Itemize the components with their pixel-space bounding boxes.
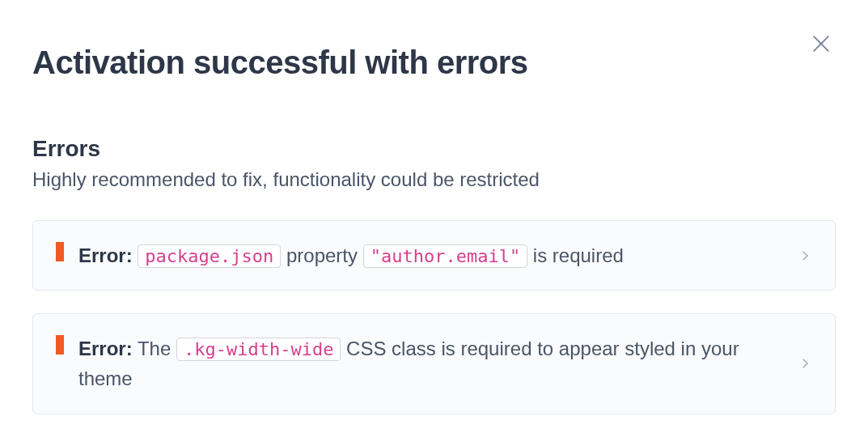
chevron-right-icon — [798, 248, 812, 263]
section-subtitle: Highly recommended to fix, functionality… — [32, 168, 836, 191]
error-part: The — [138, 338, 176, 359]
error-text: Error: package.json property "author.ema… — [78, 240, 812, 270]
error-label: Error: — [78, 338, 133, 359]
close-icon — [810, 32, 832, 55]
expand-chevron — [798, 248, 812, 263]
errors-section-header: Errors Highly recommended to fix, functi… — [0, 81, 868, 191]
close-button[interactable] — [808, 31, 834, 57]
code-token: "author.email" — [363, 244, 527, 268]
error-item[interactable]: Error: package.json property "author.ema… — [32, 220, 836, 291]
error-marker — [56, 335, 64, 355]
expand-chevron — [798, 356, 812, 371]
chevron-right-icon — [798, 356, 812, 371]
error-text: Error: The .kg-width-wide CSS class is r… — [78, 333, 812, 393]
activation-modal: Activation successful with errors Errors… — [0, 0, 868, 429]
error-marker — [56, 242, 64, 261]
modal-title: Activation successful with errors — [0, 0, 868, 81]
error-list: Error: package.json property "author.ema… — [0, 191, 868, 414]
error-item[interactable]: Error: The .kg-width-wide CSS class is r… — [32, 313, 836, 414]
section-title: Errors — [32, 136, 836, 162]
code-token: package.json — [138, 244, 281, 268]
error-part: property — [286, 244, 363, 266]
code-token: .kg-width-wide — [176, 338, 341, 361]
error-part: is required — [533, 244, 624, 266]
error-label: Error: — [78, 244, 133, 266]
